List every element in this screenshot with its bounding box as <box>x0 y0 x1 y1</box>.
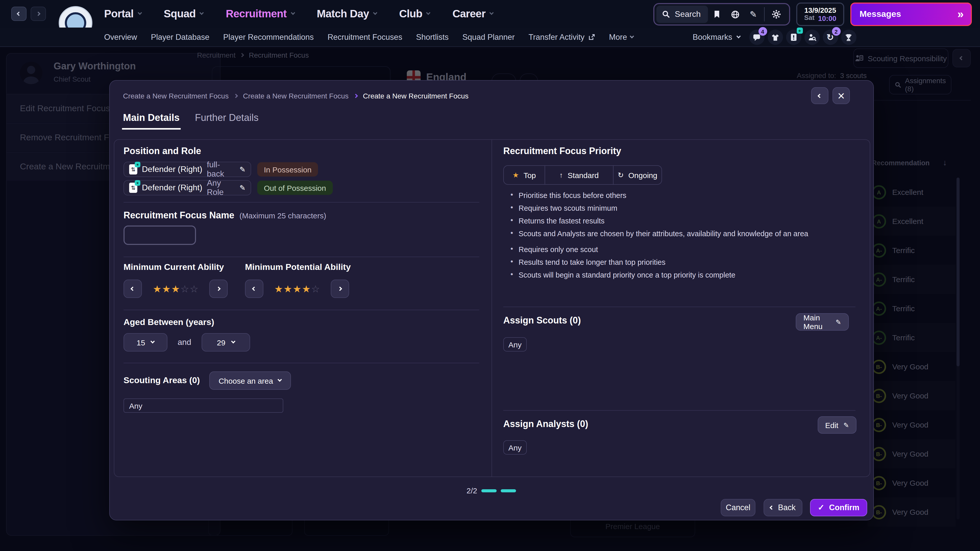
chevron-down-icon <box>426 11 431 15</box>
pencil-icon[interactable]: ✎ <box>745 9 762 20</box>
subnav-shortlists[interactable]: Shortlists <box>416 33 449 42</box>
bookmarks-dropdown[interactable]: Bookmarks <box>693 33 740 42</box>
modal-breadcrumb: Create a New Recruitment Focus Create a … <box>123 92 469 100</box>
modal-close-button[interactable]: × <box>832 87 850 104</box>
progress-step <box>501 489 516 492</box>
subnav-overview[interactable]: Overview <box>104 33 137 42</box>
chevron-down-icon <box>490 11 494 15</box>
focus-name-title: Recruitment Focus Name (Maximum 25 chara… <box>124 210 326 221</box>
globe-icon[interactable] <box>726 10 745 19</box>
position-role-selector[interactable]: ⇅★ Defender (Right) full-back ✎ <box>124 162 251 177</box>
squad-shirt-icon[interactable] <box>767 30 783 45</box>
position-label: Defender (Right) <box>142 165 202 174</box>
assign-analysts-edit-button[interactable]: Edit ✎ <box>818 416 856 433</box>
chevron-down-icon <box>373 11 377 15</box>
decrease-potential-ability-button[interactable] <box>245 279 263 298</box>
subnav-recruitment-focuses[interactable]: Recruitment Focuses <box>328 33 402 42</box>
subnav-player-database[interactable]: Player Database <box>151 33 209 42</box>
priority-title: Recruitment Focus Priority <box>503 146 621 157</box>
cancel-button[interactable]: Cancel <box>721 499 756 516</box>
divider <box>124 310 479 310</box>
modal-back-button[interactable] <box>811 87 829 104</box>
nav-club[interactable]: Club <box>399 8 430 20</box>
divider <box>503 410 856 411</box>
priority-bullet: Returns the fastest results <box>511 218 864 225</box>
external-link-icon <box>588 34 595 41</box>
day-value: Sat <box>804 14 815 22</box>
position-role-selector[interactable]: ⇅★ Defender (Right) Any Role ✎ <box>124 180 251 195</box>
game-date[interactable]: 13/9/2025 Sat10:00 <box>796 3 844 26</box>
bookmark-icon[interactable] <box>708 10 726 18</box>
subnav-player-recommendations[interactable]: Player Recommendations <box>223 33 313 42</box>
history-forward-button[interactable] <box>30 6 46 21</box>
priority-bullets-secondary: Requires only one scoutResults tend to t… <box>511 246 864 284</box>
priority-option-standard[interactable]: ↑ Standard <box>545 166 613 184</box>
inbox-icon[interactable]: 4 <box>749 30 764 45</box>
star-filled-icon: ★ <box>274 283 283 295</box>
star-filled-icon: ★ <box>162 283 171 295</box>
back-button[interactable]: Back <box>764 499 802 516</box>
age-to-select[interactable]: 29 <box>201 333 250 351</box>
decrease-current-ability-button[interactable] <box>124 279 142 298</box>
history-back-button[interactable] <box>11 6 27 21</box>
nav-match-day[interactable]: Match Day <box>317 8 377 20</box>
up-arrow-icon: ↑ <box>559 171 563 179</box>
age-from-select[interactable]: 15 <box>124 333 167 351</box>
messages-button[interactable]: Messages » <box>850 3 972 26</box>
priority-option-ongoing[interactable]: ↻ Ongoing <box>613 166 662 184</box>
current-ability-stars: ★★★☆☆ <box>147 283 204 295</box>
inbox-badge: 4 <box>758 27 767 36</box>
search-label: Search <box>675 10 700 19</box>
sync-badge: 2 <box>832 27 840 36</box>
chevron-left-icon <box>818 94 822 98</box>
focus-name-input[interactable] <box>124 225 196 245</box>
chevron-right-icon <box>234 94 238 98</box>
current-ability-stepper: ★★★☆☆ <box>124 279 228 298</box>
sub-nav: OverviewPlayer DatabasePlayer Recommenda… <box>104 27 634 47</box>
nav-career[interactable]: Career <box>452 8 493 20</box>
confirm-button[interactable]: ✓ Confirm <box>810 499 867 516</box>
increase-potential-ability-button[interactable] <box>331 279 349 298</box>
assign-analysts-label: Assign Analysts (0) <box>503 419 588 430</box>
subnav-more[interactable]: More <box>609 33 634 42</box>
nav-squad[interactable]: Squad <box>164 8 203 20</box>
player-card-icon[interactable]: ★ <box>786 30 801 45</box>
chevron-down-icon <box>138 11 142 15</box>
increase-current-ability-button[interactable] <box>209 279 228 298</box>
modal-tabs: Main Details Further Details <box>123 112 259 130</box>
min-current-ability-label: Minimum Current Ability <box>124 262 224 272</box>
divider <box>124 257 479 257</box>
nav-recruitment[interactable]: Recruitment <box>226 8 294 20</box>
priority-bullet: Scouts and Analysts are chosen by their … <box>511 230 864 238</box>
star-filled-icon: ★ <box>171 283 180 295</box>
position-card-icon: ⇅★ <box>129 164 137 175</box>
sync-icon[interactable]: ↻ 2 <box>822 30 838 45</box>
scouting-icon[interactable] <box>804 30 819 45</box>
pencil-icon[interactable]: ✎ <box>240 165 245 173</box>
nav-portal[interactable]: Portal <box>104 8 141 20</box>
tab-main-details[interactable]: Main Details <box>123 112 180 130</box>
trophy-icon[interactable] <box>841 30 856 45</box>
messages-label: Messages <box>859 9 901 19</box>
subnav-squad-planner[interactable]: Squad Planner <box>463 33 515 42</box>
position-role-title: Position and Role <box>124 146 201 157</box>
assign-scouts-edit-button[interactable]: Main Menu ✎ <box>796 313 849 330</box>
close-icon: × <box>838 89 845 102</box>
gear-icon[interactable] <box>767 10 786 19</box>
chevron-down-icon <box>231 339 235 344</box>
tab-further-details[interactable]: Further Details <box>195 112 259 130</box>
create-recruitment-focus-modal: Create a New Recruitment Focus Create a … <box>109 80 874 520</box>
star-empty-icon: ☆ <box>189 283 198 295</box>
choose-area-button[interactable]: Choose an area <box>209 372 291 390</box>
main-nav: PortalSquadRecruitmentMatch DayClubCaree… <box>104 0 493 27</box>
progress-label: 2/2 <box>466 486 477 495</box>
chevron-right-icon <box>36 12 41 16</box>
sync-icon: ↻ <box>618 171 624 179</box>
pencil-icon[interactable]: ✎ <box>240 184 245 192</box>
divider <box>124 202 479 203</box>
position-label: Defender (Right) <box>142 183 202 192</box>
search-input[interactable]: Search <box>656 6 708 23</box>
section-nav-bar: OverviewPlayer DatabasePlayer Recommenda… <box>0 27 980 47</box>
priority-option-top[interactable]: ★ Top <box>504 166 545 184</box>
subnav-transfer-activity[interactable]: Transfer Activity <box>528 33 595 42</box>
